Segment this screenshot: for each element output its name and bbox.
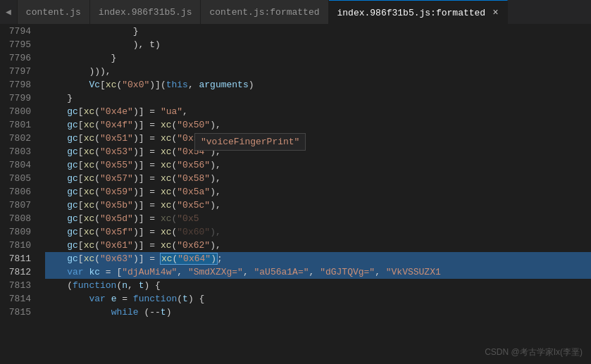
line-number: 7810 [6, 239, 31, 252]
code-line-7798: Vc[xc("0x0")](this, arguments) [45, 78, 591, 92]
code-line-7805: gc[xc("0x57")] = xc("0x58"), [45, 172, 591, 185]
tab-label: content.js [26, 7, 81, 18]
tab-bar: ◀ content.js index.986f31b5.js content.j… [0, 0, 591, 25]
code-line-7801: gc[xc("0x4f")] = xc("0x50"), [45, 118, 591, 132]
code-editor[interactable]: } ), t) } ))), Vc[xc("0x0")](this, argum… [39, 25, 591, 364]
tab-index-formatted[interactable]: index.986f31b5.js:formatted × [329, 0, 508, 25]
line-number: 7814 [6, 292, 31, 306]
code-line-7815: while (--t) [45, 306, 591, 319]
code-line-7804: gc[xc("0x55")] = xc("0x56"), [45, 158, 591, 172]
line-number: 7805 [6, 172, 31, 185]
code-line-7810: gc[xc("0x61")] = xc("0x62"), [45, 239, 591, 252]
app-container: ◀ content.js index.986f31b5.js content.j… [0, 0, 591, 364]
line-number: 7799 [6, 92, 31, 105]
line-numbers: 7794 7795 7796 7797 7798 7799 7800 7801 … [0, 25, 39, 364]
line-number: 7806 [6, 185, 31, 199]
code-line-7807: gc[xc("0x5b")] = xc("0x5c"), [45, 199, 591, 212]
line-number: 7804 [6, 158, 31, 172]
code-line-7806: gc[xc("0x59")] = xc("0x5a"), [45, 185, 591, 199]
code-line-7794: } [45, 25, 591, 38]
watermark: CSDN @考古学家Ix(李垩) [485, 346, 583, 358]
editor-area: 7794 7795 7796 7797 7798 7799 7800 7801 … [0, 25, 591, 364]
line-number: 7796 [6, 51, 31, 65]
sidebar-toggle-button[interactable]: ◀ [0, 0, 18, 24]
code-line-7809: gc[xc("0x5f")] = xc("0x60"), [45, 225, 591, 239]
code-line-7803: gc[xc("0x53")] = xc("0x54"), [45, 145, 591, 158]
code-line-7799: } [45, 92, 591, 105]
line-number: 7794 [6, 25, 31, 38]
line-number: 7811 [6, 252, 31, 265]
tab-content-formatted[interactable]: content.js:formatted [201, 0, 328, 25]
line-number: 7802 [6, 132, 31, 145]
line-number: 7801 [6, 118, 31, 132]
line-number: 7798 [6, 78, 31, 92]
line-number: 7800 [6, 105, 31, 118]
line-number: 7807 [6, 199, 31, 212]
tab-label: index.986f31b5.js:formatted [337, 8, 486, 18]
watermark-text: CSDN @考古学家Ix(李垩) [485, 347, 583, 357]
line-number: 7797 [6, 65, 31, 78]
code-line-7812: var kc = ["djAuMi4w", "SmdXZXg=", "aU56a… [45, 265, 591, 279]
close-icon[interactable]: × [492, 8, 498, 18]
line-number: 7812 [6, 265, 31, 279]
line-number: 7809 [6, 225, 31, 239]
code-line-7813: (function(n, t) { [45, 279, 591, 292]
line-number: 7808 [6, 212, 31, 225]
code-line-7796: } [45, 51, 591, 65]
line-number: 7813 [6, 279, 31, 292]
code-line-7811: gc[xc("0x63")] = xc("0x64"); [45, 252, 591, 265]
code-line-7808: gc[xc("0x5d")] = xc("0x5 [45, 212, 591, 225]
tab-content-js[interactable]: content.js [18, 0, 90, 25]
code-line-7802: gc[xc("0x51")] = xc("0x52"), [45, 132, 591, 145]
line-number: 7795 [6, 38, 31, 51]
line-number: 7803 [6, 145, 31, 158]
code-line-7797: ))), [45, 65, 591, 78]
tab-label: index.986f31b5.js [99, 7, 192, 18]
tab-index-986[interactable]: index.986f31b5.js [90, 0, 201, 25]
code-line-7800: gc[xc("0x4e")] = "ua", [45, 105, 591, 118]
code-line-7814: var e = function(t) { [45, 292, 591, 306]
tab-label: content.js:formatted [209, 7, 319, 18]
line-number: 7815 [6, 306, 31, 319]
code-line-7795: ), t) [45, 38, 591, 51]
